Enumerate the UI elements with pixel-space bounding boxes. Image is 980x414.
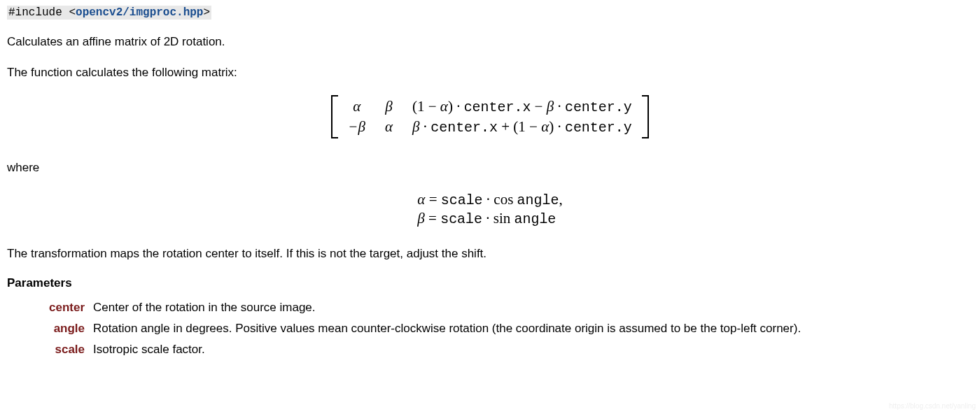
param-name: angle	[45, 318, 89, 339]
eqn-alpha: α = scale · cos angle,	[417, 191, 562, 208]
m-r1c1: α	[385, 118, 393, 135]
intro-line: The function calculates the following ma…	[7, 64, 973, 81]
alpha-beta-equations: α = scale · cos angle, β = scale · sin a…	[7, 190, 973, 229]
include-keyword: #include	[8, 6, 69, 19]
param-row: scale Isotropic scale factor.	[45, 339, 805, 360]
include-open: <	[69, 6, 76, 19]
include-close: >	[203, 6, 210, 19]
param-row: angle Rotation angle in degrees. Positiv…	[45, 318, 805, 339]
param-name: center	[45, 297, 89, 318]
param-desc: Center of the rotation in the source ima…	[89, 297, 805, 318]
include-path-link[interactable]: opencv2/imgproc.hpp	[76, 6, 203, 19]
parameters-table: center Center of the rotation in the sou…	[45, 297, 805, 360]
m-r0c1: β	[385, 98, 392, 115]
m-r1c0: −β	[348, 118, 365, 135]
rotation-matrix: α β (1 − α) · center.x − β · center.y −β…	[7, 95, 973, 143]
bracket-left	[331, 95, 338, 138]
summary-line: Calculates an affine matrix of 2D rotati…	[7, 34, 973, 50]
include-directive: #include <opencv2/imgproc.hpp>	[7, 6, 211, 20]
eqn-beta: β = scale · sin angle	[417, 210, 562, 227]
param-desc: Isotropic scale factor.	[89, 339, 805, 360]
m-r0c2: (1 − α) · center.x − β · center.y	[402, 97, 642, 117]
param-row: center Center of the rotation in the sou…	[45, 297, 805, 318]
param-name: scale	[45, 339, 89, 360]
note-line: The transformation maps the rotation cen…	[7, 245, 973, 262]
m-r1c2: β · center.x + (1 − α) · center.y	[402, 117, 642, 137]
where-label: where	[7, 159, 973, 176]
param-desc: Rotation angle in degrees. Positive valu…	[89, 318, 805, 339]
bracket-right	[642, 95, 649, 138]
m-r0c0: α	[353, 98, 360, 115]
parameters-heading: Parameters	[7, 276, 973, 290]
